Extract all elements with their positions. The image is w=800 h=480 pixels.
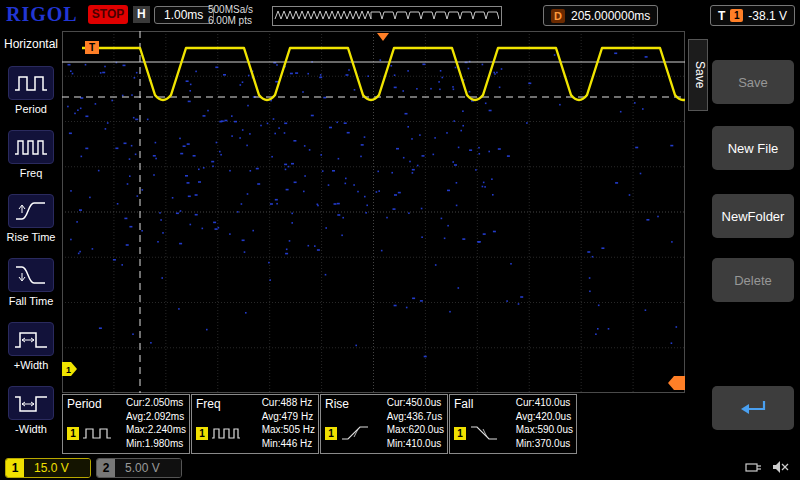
sidebar-item-label: Freq [20, 167, 43, 179]
usb-icon [745, 460, 763, 474]
measurement-fall[interactable]: Fall 1 Cur:410.0us Avg:420.0us Max:590.0… [449, 394, 577, 454]
measure-values: Cur:2.050ms Avg:2.092ms Max:2.240ms Min:… [126, 396, 186, 450]
fall-time-icon [8, 258, 54, 292]
measure-values: Cur:450.0us Avg:436.7us Max:620.0us Min:… [387, 396, 444, 450]
oscilloscope-screen: RIGOL STOP H 1.00ms 500MSa/s 6.00M pts D… [0, 0, 800, 480]
trigger-level-marker[interactable] [668, 376, 685, 390]
left-menu-title: Horizontal [0, 37, 62, 51]
sample-rate: 500MSa/s [208, 4, 253, 15]
plus-width-icon [8, 322, 54, 356]
preview-waveform-icon [273, 7, 499, 23]
measure-name: Freq [196, 397, 221, 411]
svg-text:1: 1 [66, 365, 71, 375]
period-measure-icon [82, 423, 112, 443]
channel-badge: 1 [196, 427, 208, 440]
period-icon [8, 66, 54, 100]
graticule-grid [62, 31, 685, 393]
sidebar-item-pos-width[interactable]: +Width [0, 322, 62, 371]
measure-name: Rise [325, 397, 349, 411]
left-menu: Horizontal Period Freq Rise Time Fall Ti… [0, 31, 62, 455]
delete-button[interactable]: Delete [712, 258, 794, 302]
channel1-level-marker[interactable]: 1 [62, 362, 77, 376]
delay-value: 205.000000ms [571, 9, 650, 23]
measurement-panel: Period 1 Cur:2.050ms Avg:2.092ms Max:2.2… [62, 394, 685, 454]
measurement-freq[interactable]: Freq 1 Cur:488 Hz Avg:479 Hz Max:505 Hz … [191, 394, 319, 454]
measure-values: Cur:410.0us Avg:420.0us Max:590.0us Min:… [516, 396, 573, 450]
speaker-mute-icon[interactable] [772, 460, 790, 474]
measure-values: Cur:488 Hz Avg:479 Hz Max:505 Hz Min:446… [262, 396, 315, 450]
channel-badge: 1 [67, 427, 79, 440]
sidebar-item-label: Period [15, 103, 47, 115]
sidebar-item-freq[interactable]: Freq [0, 130, 62, 179]
minus-width-icon [8, 386, 54, 420]
sidebar-item-fall-time[interactable]: Fall Time [0, 258, 62, 307]
status-bar: 1 15.0 V 2 5.00 V [0, 455, 800, 480]
rise-time-icon [8, 194, 54, 228]
save-button[interactable]: Save [712, 60, 794, 104]
acquisition-info: 500MSa/s 6.00M pts [208, 4, 253, 26]
h-label: H [133, 6, 150, 23]
freq-icon [8, 130, 54, 164]
delay-group[interactable]: D 205.000000ms [543, 5, 658, 26]
channel-1-badge: 1 [6, 459, 24, 477]
channel-2-scale: 5.00 V [115, 459, 181, 477]
sidebar-item-period[interactable]: Period [0, 66, 62, 115]
measurement-rise[interactable]: Rise 1 Cur:450.0us Avg:436.7us Max:620.0… [320, 394, 448, 454]
new-folder-button[interactable]: NewFolder [712, 194, 794, 238]
sidebar-item-rise-time[interactable]: Rise Time [0, 194, 62, 243]
rise-measure-icon [340, 423, 370, 443]
channel-1-scale: 15.0 V [24, 459, 90, 477]
channel-1-indicator[interactable]: 1 15.0 V [5, 458, 91, 478]
d-label: D [551, 9, 565, 23]
sidebar-item-neg-width[interactable]: -Width [0, 386, 62, 435]
freq-measure-icon [211, 423, 241, 443]
trigger-info-group[interactable]: T 1 -38.1 V [710, 5, 795, 26]
system-icons [745, 460, 790, 474]
waveform-display: T 1 [62, 31, 685, 393]
trigger-level-value: -38.1 V [748, 9, 787, 23]
trigger-source-chip: 1 [730, 9, 743, 22]
sidebar-item-label: Rise Time [7, 231, 56, 243]
channel-2-badge: 2 [97, 459, 115, 477]
t-label: T [718, 9, 725, 23]
timebase-value: 1.00ms [154, 6, 214, 24]
measurement-period[interactable]: Period 1 Cur:2.050ms Avg:2.092ms Max:2.2… [62, 394, 190, 454]
fall-measure-icon [469, 423, 499, 443]
sidebar-item-label: Fall Time [9, 295, 54, 307]
right-menu: Save Save New File NewFolder Delete [685, 31, 800, 455]
horizontal-timebase-group[interactable]: H 1.00ms [133, 5, 214, 24]
trigger-position-marker[interactable] [377, 33, 389, 41]
memory-depth: 6.00M pts [208, 15, 253, 26]
trigger-time-badge[interactable]: T [85, 41, 99, 54]
channel-2-indicator[interactable]: 2 5.00 V [96, 458, 182, 478]
channel1-waveform-trace [82, 48, 685, 100]
top-bar: RIGOL STOP H 1.00ms 500MSa/s 6.00M pts D… [0, 0, 800, 31]
waveform-preview-strip[interactable] [272, 6, 502, 26]
channel-badge: 1 [454, 427, 466, 440]
sidebar-item-label: -Width [15, 423, 47, 435]
rigol-logo: RIGOL [6, 3, 78, 26]
back-button[interactable] [712, 386, 794, 430]
run-state-badge: STOP [88, 5, 128, 24]
menu-tab-save: Save [688, 39, 708, 111]
svg-text:T: T [89, 42, 95, 53]
sidebar-item-label: +Width [14, 359, 49, 371]
return-arrow-icon [737, 397, 769, 419]
measure-name: Period [67, 397, 102, 411]
channel-badge: 1 [325, 427, 337, 440]
new-file-button[interactable]: New File [712, 126, 794, 170]
measure-name: Fall [454, 397, 473, 411]
